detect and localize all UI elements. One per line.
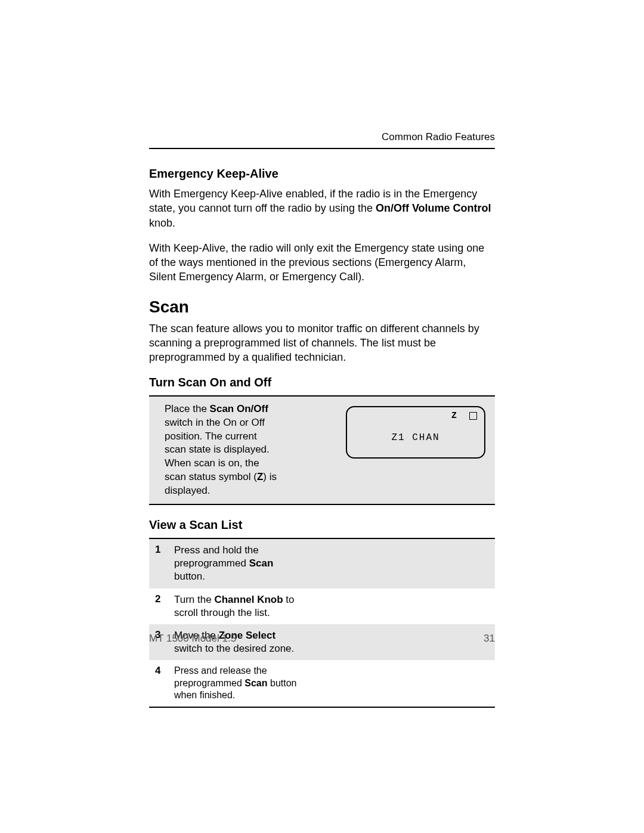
- heading-scan: Scan: [149, 298, 495, 317]
- step-row: 2 Turn the Channel Knob to scroll throug…: [149, 589, 495, 624]
- footer-left: MT 1500 Model 1.5: [149, 633, 236, 645]
- heading-turn-scan: Turn Scan On and Off: [149, 376, 495, 389]
- text: Turn the: [174, 594, 214, 605]
- text: switch in the On or Off position. The cu…: [165, 417, 270, 483]
- lcd-status-icons: Z: [451, 411, 477, 421]
- callout-row: Place the Scan On/Off switch in the On o…: [149, 400, 495, 501]
- step-row: 1 Press and hold the preprogrammed Scan …: [149, 539, 495, 588]
- text: button.: [174, 571, 205, 582]
- callout-text: Place the Scan On/Off switch in the On o…: [149, 400, 286, 501]
- step-body: Press and release the preprogrammed Scan…: [171, 660, 305, 707]
- step-number: 1: [149, 539, 171, 561]
- step-row: 4 Press and release the preprogrammed Sc…: [149, 660, 495, 707]
- step-number: 2: [149, 589, 171, 610]
- page-footer: MT 1500 Model 1.5 31: [149, 633, 495, 645]
- footer-page-number: 31: [484, 633, 495, 645]
- text: Press: [174, 665, 201, 676]
- text: Place the: [165, 403, 210, 414]
- text: Press and hold the preprogrammed: [174, 544, 259, 569]
- paragraph: The scan feature allows you to monitor t…: [149, 321, 495, 365]
- battery-icon: [469, 412, 477, 420]
- running-head: Common Radio Features: [149, 131, 495, 143]
- scan-icon: Z: [257, 471, 263, 482]
- steps-table: 1 Press and hold the preprogrammed Scan …: [149, 538, 495, 708]
- paragraph: With Keep-Alive, the radio will only exi…: [149, 241, 495, 284]
- lcd-display: Z Z1 CHAN: [346, 406, 485, 459]
- scan-icon: Z: [451, 411, 460, 421]
- step-body: Turn the Channel Knob to scroll through …: [171, 589, 305, 624]
- callout-right: Z Z1 CHAN: [286, 400, 495, 465]
- step-number: 4: [149, 660, 171, 682]
- bold-text: On/Off Volume Control: [376, 202, 491, 214]
- bold-text: Scan: [244, 678, 267, 688]
- top-rule: [149, 148, 495, 149]
- heading-emergency-keep-alive: Emergency Keep-Alive: [149, 167, 495, 181]
- callout-turn-scan: Place the Scan On/Off switch in the On o…: [149, 395, 495, 506]
- bold-text: Scan: [249, 558, 274, 569]
- lcd-text: Z1 CHAN: [347, 432, 484, 443]
- heading-view-scan-list: View a Scan List: [149, 518, 495, 532]
- text: knob.: [149, 217, 175, 229]
- paragraph: With Emergency Keep-Alive enabled, if th…: [149, 187, 495, 230]
- step-body: Press and hold the preprogrammed Scan bu…: [171, 539, 305, 588]
- document-page: Common Radio Features Emergency Keep-Ali…: [0, 0, 644, 833]
- bold-text: Scan On/Off: [210, 403, 268, 414]
- bold-text: Channel Knob: [214, 594, 283, 605]
